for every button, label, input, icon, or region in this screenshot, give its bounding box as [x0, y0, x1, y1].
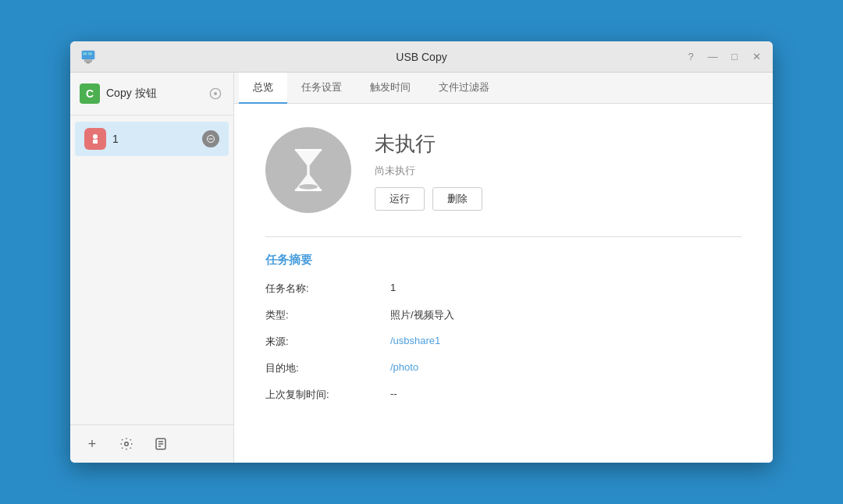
summary-section: 任务摘要 任务名称: 1 类型: 照片/视频导入 来源: /usbshare1 … [265, 236, 742, 402]
svg-rect-2 [87, 62, 91, 63]
delete-button[interactable]: 删除 [432, 187, 482, 211]
sidebar-header: C Copy 按钮 [70, 73, 233, 115]
svg-rect-4 [88, 52, 92, 55]
run-button[interactable]: 运行 [375, 187, 425, 211]
main-content: 未执行 尚未执行 运行 删除 任务摘要 任务名称: 1 [234, 104, 773, 463]
label-destination: 目的地: [265, 361, 390, 375]
help-button[interactable]: ? [684, 50, 698, 64]
value-source[interactable]: /usbshare1 [390, 335, 742, 349]
window-title: USB Copy [396, 51, 446, 63]
sidebar-header-icon: C [80, 83, 100, 104]
sidebar-header-edit-button[interactable] [207, 85, 224, 102]
svg-point-18 [299, 184, 318, 190]
svg-point-11 [125, 442, 129, 446]
app-window: USB Copy ? — □ ✕ C Copy 按钮 [70, 41, 773, 463]
tab-trigger-time[interactable]: 触发时间 [356, 73, 425, 104]
close-button[interactable]: ✕ [749, 50, 763, 64]
tab-file-filter[interactable]: 文件过滤器 [425, 73, 503, 104]
app-icon [80, 48, 97, 66]
label-type: 类型: [265, 308, 390, 322]
summary-title: 任务摘要 [265, 253, 742, 268]
tab-task-settings[interactable]: 任务设置 [287, 73, 356, 104]
summary-table: 任务名称: 1 类型: 照片/视频导入 来源: /usbshare1 目的地: … [265, 282, 742, 402]
content-area: C Copy 按钮 1 [70, 73, 773, 463]
value-destination[interactable]: /photo [390, 361, 742, 375]
title-bar: USB Copy ? — □ ✕ [70, 41, 773, 73]
sidebar-header-label: Copy 按钮 [106, 87, 207, 101]
status-section: 未执行 尚未执行 运行 删除 [265, 127, 742, 213]
svg-rect-3 [83, 52, 87, 55]
sidebar-item-icon [84, 128, 106, 150]
status-info: 未执行 尚未执行 运行 删除 [375, 130, 482, 211]
sidebar-footer: + [70, 424, 233, 463]
value-type: 照片/视频导入 [390, 308, 742, 322]
svg-rect-8 [93, 140, 98, 144]
label-task-name: 任务名称: [265, 282, 390, 296]
tab-bar: 总览 任务设置 触发时间 文件过滤器 [234, 73, 773, 104]
log-button[interactable] [148, 431, 173, 456]
sidebar-item-badge [202, 130, 219, 147]
svg-rect-1 [84, 59, 92, 62]
svg-point-7 [93, 134, 98, 139]
svg-point-6 [214, 92, 217, 95]
value-task-name: 1 [390, 282, 742, 296]
label-last-copy: 上次复制时间: [265, 388, 390, 402]
minimize-button[interactable]: — [706, 50, 720, 64]
settings-button[interactable] [114, 431, 139, 456]
add-task-button[interactable]: + [80, 431, 105, 456]
value-last-copy: -- [390, 388, 742, 402]
window-controls: ? — □ ✕ [684, 50, 763, 64]
sidebar-item-1[interactable]: 1 [75, 122, 229, 156]
sidebar-items-list: 1 [70, 115, 233, 424]
status-subtitle: 尚未执行 [375, 164, 482, 178]
sidebar: C Copy 按钮 1 [70, 73, 234, 463]
status-icon-circle [265, 127, 351, 213]
status-title: 未执行 [375, 130, 482, 158]
sidebar-item-label: 1 [112, 133, 202, 145]
maximize-button[interactable]: □ [727, 50, 742, 64]
status-buttons: 运行 删除 [375, 187, 482, 211]
tab-overview[interactable]: 总览 [239, 73, 287, 104]
svg-rect-0 [82, 50, 95, 59]
label-source: 来源: [265, 335, 390, 349]
main-area: 总览 任务设置 触发时间 文件过滤器 [234, 73, 773, 463]
